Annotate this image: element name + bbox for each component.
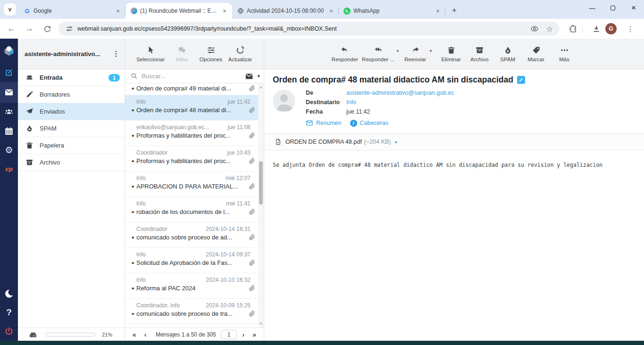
roundcube-app: ⚙ cp ? asistente-administrativo... ⋮ Ent…	[0, 39, 644, 341]
nav-calendar-button[interactable]	[0, 122, 18, 140]
reply-all-button[interactable]: Responder ... ▾	[361, 45, 395, 63]
nav-settings-button[interactable]: ⚙	[0, 140, 18, 159]
account-name[interactable]: asistente-administrativo...	[25, 50, 111, 58]
reload-button[interactable]	[41, 22, 54, 35]
tab-close-icon[interactable]: ×	[434, 7, 442, 15]
summary-link[interactable]: Resumen	[306, 119, 342, 127]
archive-button[interactable]: Archivo	[466, 45, 493, 63]
downloads-icon[interactable]	[591, 24, 602, 34]
browser-menu-icon[interactable]: ⋮	[625, 24, 636, 34]
restore-icon	[611, 6, 615, 10]
tab-google[interactable]: G Google ×	[19, 3, 125, 19]
restore-button[interactable]	[602, 0, 623, 16]
reply-button[interactable]: Responder	[331, 45, 359, 63]
profile-avatar[interactable]: G	[605, 23, 617, 34]
attachment-icon	[248, 234, 255, 241]
list-item[interactable]: Coordinador2024-10-14 16:31 • comunicado…	[125, 222, 258, 248]
tab-close-icon[interactable]: ×	[114, 7, 122, 15]
compose-button[interactable]	[0, 63, 18, 82]
last-page-button[interactable]: »	[250, 331, 259, 338]
archive-icon	[475, 46, 484, 55]
threads-button[interactable]: Hilos	[168, 45, 195, 63]
list-item[interactable]: Coordinadorjue 10:43 • Proformas y habil…	[125, 146, 258, 172]
tab-close-icon[interactable]: ×	[327, 7, 335, 15]
app-navbar: ⚙ cp ?	[0, 39, 18, 341]
browser-tabstrip: v G Google × (1) Roundcube Webmail :: En…	[0, 0, 644, 19]
list-item[interactable]: Coordinador, Info2024-10-09 15:25 • comu…	[125, 299, 258, 324]
list-item-selected[interactable]: Infojue 11:42 • Orden de compra# 48 mate…	[125, 95, 258, 121]
forward-dropdown-icon[interactable]: ▾	[430, 49, 432, 53]
forward-icon	[411, 46, 420, 55]
scrollbar-thumb[interactable]	[259, 161, 263, 205]
help-button[interactable]: ?	[0, 303, 18, 322]
tab-title: WhatsApp	[353, 8, 431, 14]
headers-link[interactable]: i Cabeceras	[350, 120, 388, 127]
page-number-input[interactable]	[221, 330, 237, 339]
list-item[interactable]: • Orden de compra# 49 material di...	[125, 85, 258, 95]
refresh-button[interactable]: Actualizar	[227, 45, 253, 63]
reading-mode-icon[interactable]	[529, 24, 540, 34]
folder-enviados[interactable]: Enviados	[18, 103, 125, 120]
account-menu-icon[interactable]: ⋮	[111, 49, 121, 58]
tab-search-chevron-icon[interactable]: v	[4, 3, 16, 16]
logout-button[interactable]	[0, 322, 18, 341]
first-page-button[interactable]: «	[130, 331, 139, 338]
nav-contacts-button[interactable]	[0, 103, 18, 122]
edit-draft-icon[interactable]	[517, 76, 525, 84]
tab-actividad[interactable]: Actividad 2024-10-15 08:00:00 ×	[232, 3, 339, 19]
list-item[interactable]: Infomié 12:07 • APROBACION D PARA MATERI…	[125, 172, 258, 197]
attachment-icon	[248, 285, 255, 292]
attachment-row[interactable]: ORDEN DE COMPRA 48.pdf (~204 KB) ▾	[264, 133, 644, 150]
bookmark-star-icon[interactable]: ☆	[544, 24, 555, 34]
new-tab-button[interactable]: +	[448, 4, 460, 16]
search-options-chevron-icon[interactable]: ▾	[257, 73, 260, 79]
mark-button[interactable]: Marcar	[523, 45, 549, 63]
minimize-button[interactable]: —	[582, 0, 602, 16]
next-page-button[interactable]: ›	[239, 331, 248, 338]
list-item[interactable]: Info2024-10-10 16:32 • Reforma al PAC 20…	[125, 273, 258, 299]
scroll-up-icon[interactable]: ▲	[258, 84, 264, 90]
more-button[interactable]: Más	[551, 45, 577, 63]
prev-page-button[interactable]: ‹	[141, 331, 150, 338]
cpanel-icon[interactable]: cp	[0, 159, 18, 178]
search-scope-mail-icon[interactable]	[245, 72, 253, 81]
from-address-link[interactable]: asistente-administrativo@sanjuan.gob.ec	[346, 90, 454, 96]
attachment-icon	[248, 183, 255, 190]
message-date: jue 11:42	[346, 108, 370, 115]
unread-dot: •	[132, 210, 136, 214]
options-button[interactable]: Opciones	[198, 45, 224, 63]
forward-button[interactable]: Reenviar ▾	[402, 45, 428, 63]
list-item[interactable]: Infomié 11:41 • robación de los document…	[125, 197, 258, 222]
tab-whatsapp[interactable]: WhatsApp ×	[339, 3, 445, 19]
folder-archivo[interactable]: Archivo	[18, 154, 125, 171]
recipient-link[interactable]: Info	[346, 99, 356, 106]
extensions-icon[interactable]	[568, 24, 578, 34]
list-scrollbar[interactable]: ▲ ▼	[258, 83, 264, 328]
site-settings-icon[interactable]	[65, 25, 74, 33]
tag-icon	[532, 46, 541, 55]
tab-title: (1) Roundcube Webmail :: Envia	[140, 8, 218, 14]
dark-mode-button[interactable]	[0, 284, 18, 303]
attachment-name[interactable]: ORDEN DE COMPRA 48.pdf	[285, 139, 362, 145]
spam-button[interactable]: SPAM	[494, 45, 521, 63]
tab-close-icon[interactable]: ×	[221, 7, 228, 15]
folder-entrada[interactable]: Entrada 1	[18, 69, 125, 86]
forward-button[interactable]: →	[23, 22, 36, 35]
address-bar[interactable]: webmail.sanjuan.gob.ec/cpsess5423996997/…	[59, 22, 560, 36]
folder-papelera[interactable]: Papelera	[18, 137, 125, 154]
folder-borradores[interactable]: Borradores	[18, 86, 125, 103]
reply-all-dropdown-icon[interactable]: ▾	[397, 49, 399, 53]
search-input[interactable]	[142, 73, 245, 80]
folder-spam[interactable]: SPAM	[18, 120, 125, 137]
list-item[interactable]: erikaolivo@sanjuan.gob.ec...jue 11:08 • …	[125, 121, 258, 146]
list-item[interactable]: Info2024-10-14 09:37 • Solicitud de Apro…	[125, 248, 258, 273]
select-button[interactable]: Seleccionar	[135, 45, 166, 63]
close-window-button[interactable]: ×	[623, 0, 644, 16]
delete-button[interactable]: Eliminar	[438, 45, 464, 63]
attachment-dropdown-icon[interactable]: ▾	[395, 140, 397, 145]
tab-roundcube[interactable]: (1) Roundcube Webmail :: Envia ×	[125, 3, 232, 19]
url-text[interactable]: webmail.sanjuan.gob.ec/cpsess5423996997/…	[77, 25, 525, 32]
scroll-down-icon[interactable]: ▼	[258, 321, 264, 327]
nav-mail-button[interactable]	[0, 82, 18, 103]
back-button[interactable]: ←	[5, 22, 18, 35]
